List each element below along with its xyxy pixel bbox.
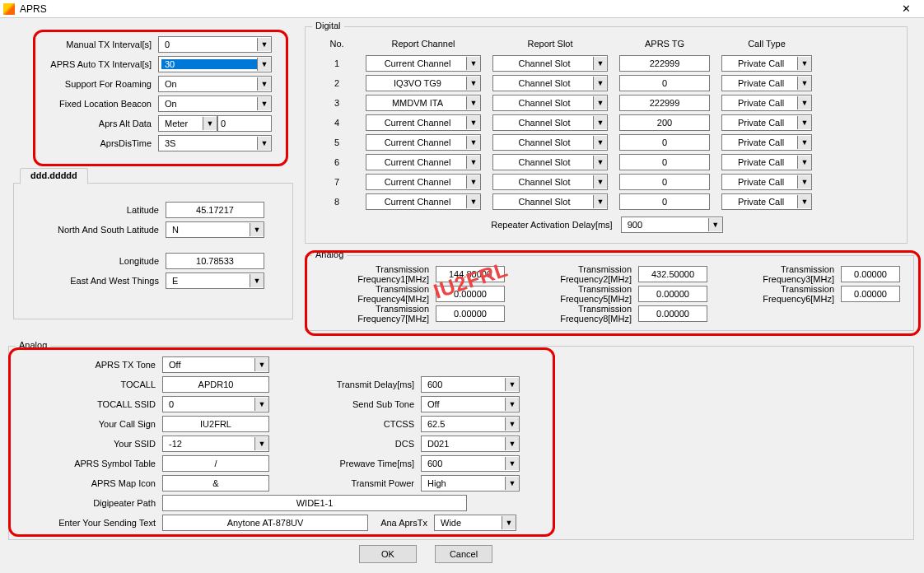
aprs-tg-input[interactable] [619,154,710,170]
digital-row: 2IQ3VO TG9▼Channel Slot▼Private Call▼ [314,73,900,93]
coord-tab[interactable]: ddd.ddddd [20,168,88,184]
ssid-combo[interactable]: -12▼ [162,436,269,452]
f5-input[interactable] [638,286,707,302]
mapicon-input[interactable] [162,475,269,491]
report-channel-combo[interactable]: Current Channel▼ [366,55,481,72]
ns-combo[interactable]: N▼ [166,221,264,238]
chevron-down-icon: ▼ [797,175,811,189]
f6-label: Transmission Frequency6[MHz] [707,284,841,304]
report-channel-combo[interactable]: Current Channel▼ [366,134,481,151]
report-slot-combo[interactable]: Channel Slot▼ [492,75,608,91]
dcs-combo[interactable]: D021▼ [421,436,520,452]
report-channel-combo[interactable]: MMDVM ITA▼ [366,95,481,111]
rad-combo[interactable]: 900▼ [621,217,723,233]
fixed-beacon-combo[interactable]: On▼ [158,96,272,112]
anatx-combo[interactable]: Wide▼ [434,515,516,531]
report-channel-combo[interactable]: Current Channel▼ [366,114,481,131]
aprs-tg-input[interactable] [619,114,710,131]
aprs-tg-input[interactable] [619,174,710,190]
call-type-combo[interactable]: Private Call▼ [721,95,812,111]
report-slot-combo[interactable]: Channel Slot▼ [492,193,608,210]
f3-label: Transmission Frequency3[MHz] [707,264,841,284]
symtbl-input[interactable] [162,455,269,472]
chevron-down-icon: ▼ [593,156,607,169]
call-type-combo[interactable]: Private Call▼ [721,154,812,170]
distime-combo[interactable]: 3S▼ [158,135,272,151]
digital-legend: Digital [312,21,344,30]
f8-label: Transmission Frequency8[MHz] [505,304,638,324]
aprs-tg-input[interactable] [619,193,710,210]
report-channel-combo[interactable]: Current Channel▼ [366,193,481,210]
txtone-combo[interactable]: Off▼ [162,356,269,373]
call-type-combo[interactable]: Private Call▼ [721,114,812,131]
subtone-combo[interactable]: Off▼ [421,396,520,412]
digital-row: 8Current Channel▼Channel Slot▼Private Ca… [314,192,900,212]
digipath-input[interactable] [162,495,467,511]
call-type-combo[interactable]: Private Call▼ [721,55,812,72]
sendtext-input[interactable] [162,515,368,531]
f6-input[interactable] [841,286,900,302]
dcs-label: DCS [314,439,421,449]
tocall-ssid-combo[interactable]: 0▼ [162,396,269,412]
aprs-tg-input[interactable] [619,134,710,151]
f5-label: Transmission Frequency5[MHz] [505,284,638,304]
call-type-combo[interactable]: Private Call▼ [721,134,812,151]
f1-input[interactable] [436,266,505,282]
chevron-down-icon: ▼ [797,57,811,70]
digital-row-no: 6 [314,157,360,167]
sendtext-label: Enter Your Sending Text [14,518,162,528]
call-type-combo[interactable]: Private Call▼ [721,193,812,210]
aprs-tg-input[interactable] [619,95,710,111]
call-type-combo[interactable]: Private Call▼ [721,75,812,91]
report-channel-combo[interactable]: Current Channel▼ [366,174,481,190]
report-slot-combo[interactable]: Channel Slot▼ [492,95,608,111]
ctcss-combo[interactable]: 62.5▼ [421,416,520,432]
tocall-input[interactable] [162,376,269,393]
report-slot-combo[interactable]: Channel Slot▼ [492,174,608,190]
roaming-combo[interactable]: On▼ [158,76,272,92]
report-slot-combo[interactable]: Channel Slot▼ [492,114,608,131]
manual-tx-combo[interactable]: 0▼ [158,36,272,53]
lon-input[interactable] [166,253,264,269]
anatx-label: Ana AprsTx [368,518,434,528]
f2-input[interactable] [638,266,707,282]
report-channel-combo[interactable]: IQ3VO TG9▼ [366,75,481,91]
aprs-tg-input[interactable] [619,75,710,91]
report-slot-combo[interactable]: Channel Slot▼ [492,154,608,170]
f7-input[interactable] [436,305,505,322]
call-type-combo[interactable]: Private Call▼ [721,174,812,190]
aprs-tg-input[interactable] [619,55,710,72]
digital-hdr-tg: APRS TG [614,39,716,49]
alt-value-input[interactable] [217,115,272,132]
lat-input[interactable] [166,202,264,218]
alt-unit-combo[interactable]: Meter▼ [158,115,217,132]
report-channel-combo[interactable]: Current Channel▼ [366,154,481,170]
subtone-label: Send Sub Tone [314,399,421,409]
coord-group: Latitude North And South Latitude N▼ Lon… [13,183,293,319]
f4-input[interactable] [436,286,505,302]
chevron-down-icon: ▼ [797,116,811,129]
digital-row-no: 5 [314,137,360,147]
f3-input[interactable] [841,266,900,282]
digital-row-no: 8 [314,197,360,207]
report-slot-combo[interactable]: Channel Slot▼ [492,134,608,151]
fixed-beacon-label: Fixed Location Beacon [5,99,158,109]
ok-button[interactable]: OK [359,545,417,563]
chevron-down-icon: ▼ [593,57,607,70]
cancel-button[interactable]: Cancel [435,545,492,563]
chevron-down-icon: ▼ [257,97,271,110]
chevron-down-icon: ▼ [466,195,480,208]
txpower-combo[interactable]: High▼ [421,475,520,491]
report-slot-combo[interactable]: Channel Slot▼ [492,55,608,72]
txdelay-combo[interactable]: 600▼ [421,376,520,393]
chevron-down-icon: ▼ [593,96,607,109]
chevron-down-icon: ▼ [797,96,811,109]
prewave-combo[interactable]: 600▼ [421,455,520,472]
f8-input[interactable] [638,305,707,322]
auto-tx-combo[interactable]: 30▼ [158,56,272,72]
callsign-input[interactable] [162,416,269,432]
chevron-down-icon: ▼ [505,477,519,490]
close-icon[interactable]: ✕ [891,0,921,18]
txtone-label: APRS TX Tone [14,360,162,370]
ew-combo[interactable]: E▼ [166,273,264,289]
